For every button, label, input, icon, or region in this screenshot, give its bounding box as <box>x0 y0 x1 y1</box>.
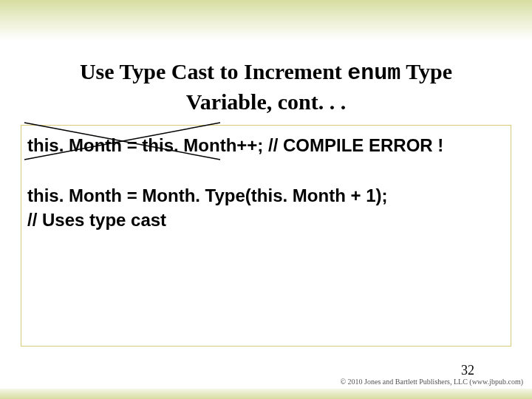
crossed-out-code: this. Month = this. Month++; // COMPILE … <box>27 133 443 158</box>
copyright-notice: © 2010 Jones and Bartlett Publishers, LL… <box>341 378 523 386</box>
code-line-comment: // Uses type cast <box>27 208 505 233</box>
page-number: 32 <box>461 363 474 378</box>
code-line1-text: this. Month = this. Month++; // COMPILE … <box>27 135 443 155</box>
bottom-gradient-bar <box>0 389 532 399</box>
spacer <box>27 158 505 183</box>
title-line2: Variable, cont. . . <box>186 89 346 114</box>
title-part2: Type <box>400 59 452 83</box>
code-line-correct: this. Month = Month. Type(this. Month + … <box>27 183 505 208</box>
code-box: this. Month = this. Month++; // COMPILE … <box>21 125 511 347</box>
slide-title: Use Type Cast to Increment enum Type Var… <box>0 58 532 115</box>
top-gradient-bar <box>0 0 532 40</box>
title-enum-keyword: enum <box>347 61 400 86</box>
code-line-error: this. Month = this. Month++; // COMPILE … <box>27 133 505 158</box>
title-part1: Use Type Cast to Increment <box>80 59 347 83</box>
